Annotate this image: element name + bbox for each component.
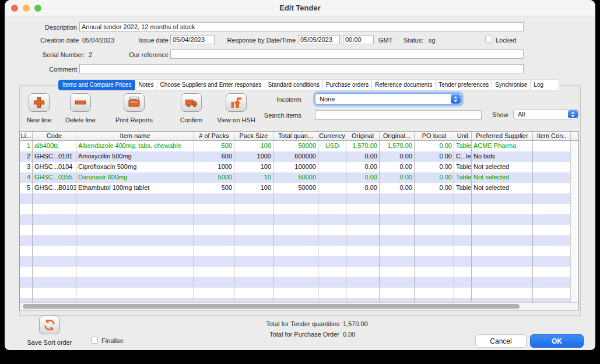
search-items-input[interactable] <box>315 110 482 120</box>
truck-icon[interactable] <box>181 93 202 112</box>
table-cell-original[interactable]: 0.00 <box>346 183 380 193</box>
table-cell-pack_size[interactable]: 100 <box>234 141 273 151</box>
table-cell-packs[interactable]: 500 <box>194 141 234 151</box>
table-cell-original[interactable]: 1,570.00 <box>346 141 380 151</box>
column-header-item-con[interactable]: Item Con.. <box>533 132 571 140</box>
table-cell-po_local[interactable]: 0.00 <box>415 162 454 172</box>
column-header-of-packs[interactable]: # of Packs <box>194 132 234 140</box>
table-cell-currency[interactable]: USD <box>318 141 346 151</box>
table-cell-original[interactable]: 0.00 <box>346 151 380 162</box>
table-cell-original_2[interactable]: 1,570.00 <box>380 141 415 151</box>
table-cell-item_con[interactable] <box>533 172 571 183</box>
tab-choose-suppliers-and-enter-responses[interactable]: Choose Suppliers and Enter responses <box>157 80 265 90</box>
table-cell-packs[interactable]: 500 <box>194 183 234 193</box>
table-cell-unit[interactable]: Tablet <box>454 162 472 172</box>
response-date-input[interactable] <box>298 35 340 44</box>
save-sort-order-button[interactable]: Save Sort order <box>20 316 79 346</box>
description-input[interactable] <box>79 22 524 31</box>
tab-log[interactable]: Log <box>530 80 546 90</box>
column-header-preferred-supplier[interactable]: Preferred Supplier <box>472 132 533 140</box>
column-header-pack-size[interactable]: Pack Size <box>234 132 273 140</box>
table-cell-currency[interactable] <box>318 172 346 183</box>
table-cell-po_local[interactable]: 0.00 <box>415 172 454 183</box>
table-cell-currency[interactable] <box>318 151 346 162</box>
tab-notes[interactable]: Notes <box>135 80 156 90</box>
table-cell-pack_size[interactable]: 1000 <box>234 151 273 162</box>
table-cell-currency[interactable] <box>318 162 346 172</box>
table-cell-item[interactable]: Amoxycillin 500mg <box>76 151 194 162</box>
table-cell-code[interactable]: GHSC...B0103 <box>33 183 76 193</box>
response-time-input[interactable] <box>343 35 374 44</box>
table-cell-unit[interactable]: Tablet <box>454 141 472 151</box>
table-cell-item[interactable]: Darunavir 600mg <box>76 172 194 183</box>
table-cell-line[interactable]: 1 <box>20 141 33 151</box>
incoterm-select[interactable]: None <box>315 93 462 105</box>
table-cell-total_qty[interactable]: 50000 <box>273 141 318 151</box>
finalise-checkbox[interactable] <box>91 337 98 344</box>
printer-icon[interactable] <box>124 93 145 112</box>
table-cell-packs[interactable]: 5000 <box>194 172 234 183</box>
table-cell-code[interactable]: GHSC...0104 <box>33 162 76 172</box>
table-cell-pack_size[interactable]: 100 <box>234 183 273 193</box>
table-cell-packs[interactable]: 1000 <box>194 162 234 172</box>
table-cell-total_qty[interactable]: 50000 <box>273 172 318 183</box>
column-header-code[interactable]: Code <box>33 132 76 140</box>
ok-button[interactable]: OK <box>530 334 584 348</box>
table-cell-item_con[interactable] <box>533 151 571 162</box>
tab-reference-documents[interactable]: Reference documents <box>371 80 435 90</box>
column-header-original[interactable]: Original... <box>380 132 415 140</box>
print-reports-button[interactable]: Print Reports <box>105 93 163 123</box>
table-cell-po_local[interactable]: 0.00 <box>415 151 454 162</box>
table-cell-line[interactable]: 5 <box>20 183 33 193</box>
table-cell-line[interactable]: 3 <box>20 162 33 172</box>
table-cell-code[interactable]: alb400tc <box>33 141 76 151</box>
minimize-window-button[interactable] <box>23 5 30 12</box>
table-cell-original_2[interactable]: 0.00 <box>380 162 415 172</box>
table-cell-pack_size[interactable]: 100 <box>234 162 273 172</box>
column-header-original[interactable]: Original <box>346 132 380 140</box>
table-cell-item[interactable]: Ethambutol 100mg tablet <box>76 183 194 193</box>
table-cell-item[interactable]: Ciprofloxacin 500mg <box>76 162 194 172</box>
table-cell-item[interactable]: Albendazole 400mg, tabs, chewable <box>76 141 194 151</box>
table-cell-unit[interactable]: Tablet <box>454 183 472 193</box>
table-cell-po_local[interactable]: 0.00 <box>415 183 454 193</box>
column-header-li[interactable]: Li... <box>20 132 33 140</box>
table-cell-original_2[interactable]: 0.00 <box>380 172 415 183</box>
table-row[interactable]: 5GHSC...B0103Ethambutol 100mg tablet5001… <box>20 183 571 193</box>
table-cell-supplier[interactable]: Not selected <box>472 172 533 183</box>
table-cell-item_con[interactable] <box>533 162 571 172</box>
sort-refresh-icon[interactable] <box>39 316 60 334</box>
table-row[interactable]: 3GHSC...0104Ciprofloxacin 500mg100010010… <box>20 162 571 172</box>
table-cell-total_qty[interactable]: 50000 <box>273 183 318 193</box>
table-cell-line[interactable]: 4 <box>20 172 33 183</box>
zoom-window-button[interactable] <box>34 5 41 12</box>
minus-icon[interactable] <box>70 93 91 112</box>
table-row[interactable]: 2GHSC...0101Amoxycillin 500mg60010006000… <box>20 151 571 162</box>
column-header-unit[interactable]: Unit <box>454 132 472 140</box>
issue-date-input[interactable] <box>170 35 215 44</box>
table-row[interactable]: 1alb400tcAlbendazole 400mg, tabs, chewab… <box>20 141 571 151</box>
horizontal-scrollbar-thumb[interactable] <box>23 304 520 309</box>
table-cell-original_2[interactable]: 0.00 <box>380 151 415 162</box>
table-cell-original[interactable]: 0.00 <box>346 162 380 172</box>
column-header-total-quan[interactable]: Total quan... <box>273 132 318 140</box>
table-cell-supplier[interactable]: No bids <box>472 151 533 162</box>
table-cell-po_local[interactable]: 0.00 <box>415 141 454 151</box>
table-cell-code[interactable]: GHSC...0355 <box>33 172 76 183</box>
table-cell-original_2[interactable]: 0.00 <box>380 183 415 193</box>
table-cell-total_qty[interactable]: 600000 <box>273 151 318 162</box>
table-cell-item_con[interactable] <box>533 141 571 151</box>
delete-line-button[interactable]: Delete line <box>51 93 110 123</box>
column-header-currency[interactable]: Currency <box>318 132 346 140</box>
table-cell-pack_size[interactable]: 10 <box>234 172 273 183</box>
plus-icon[interactable] <box>29 93 50 112</box>
horizontal-scrollbar[interactable] <box>20 302 578 310</box>
table-cell-supplier[interactable]: ACME Pharma <box>472 141 533 151</box>
table-cell-unit[interactable]: C...le <box>454 151 472 162</box>
tab-tender-preferences[interactable]: Tender preferences <box>435 80 492 90</box>
close-window-button[interactable] <box>11 5 18 12</box>
table-cell-unit[interactable]: Tablet <box>454 172 472 183</box>
table-cell-currency[interactable] <box>318 183 346 193</box>
table-cell-packs[interactable]: 600 <box>194 151 234 162</box>
column-header-item-name[interactable]: Item name <box>76 132 194 140</box>
